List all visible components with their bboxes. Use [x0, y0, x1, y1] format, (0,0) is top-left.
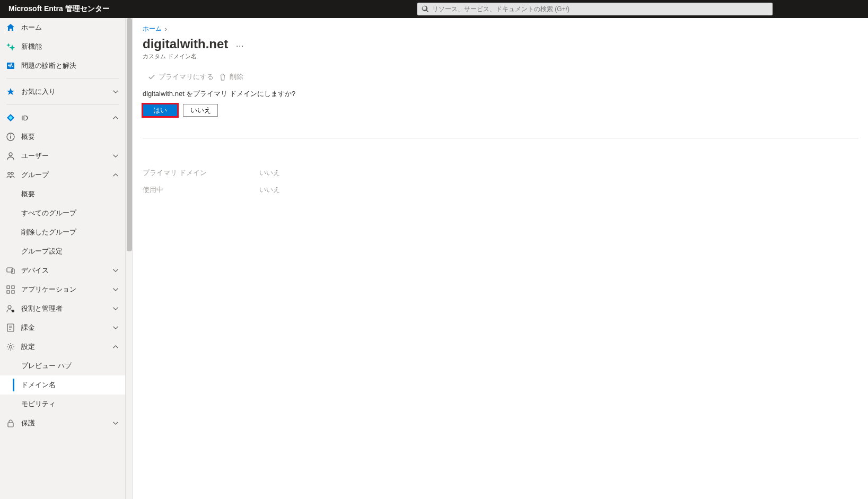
chevron-up-icon [112, 115, 119, 121]
sidebar-item-domain-names[interactable]: ドメイン名 [0, 375, 125, 395]
app-header: Microsoft Entra 管理センター [0, 0, 868, 18]
sidebar-item-roles[interactable]: 役割と管理者 [0, 299, 125, 318]
sidebar-item-preview-hub[interactable]: プレビュー ハブ [0, 356, 125, 375]
brand-title: Microsoft Entra 管理センター [0, 4, 118, 14]
toolbar-label: 削除 [230, 72, 243, 82]
trash-icon [219, 73, 226, 81]
chevron-down-icon [112, 420, 119, 426]
sidebar-item-label: お気に入り [21, 87, 112, 97]
confirm-buttons: はい いいえ [143, 104, 858, 117]
sidebar-item-protection[interactable]: 保護 [0, 414, 125, 433]
sidebar-item-label: モビリティ [21, 399, 119, 409]
chevron-down-icon [112, 286, 119, 293]
svg-point-13 [8, 305, 11, 309]
detail-row-primary: プライマリ ドメイン いいえ [143, 168, 858, 178]
admin-icon [6, 304, 15, 313]
delete-button[interactable]: 削除 [219, 72, 243, 82]
page-title: digitalwith.net [143, 37, 228, 51]
apps-icon [6, 285, 15, 294]
sidebar-item-devices[interactable]: デバイス [0, 261, 125, 280]
sidebar-item-label: アプリケーション [21, 285, 112, 294]
details-section: プライマリ ドメイン いいえ 使用中 いいえ [143, 168, 858, 195]
sidebar-item-favorites[interactable]: お気に入り [0, 82, 125, 101]
check-icon [148, 73, 155, 81]
sidebar-item-label: 概要 [21, 132, 119, 142]
separator [143, 138, 858, 138]
search-input[interactable] [432, 5, 768, 13]
sidebar-item-label: 課金 [21, 323, 112, 332]
search-icon [422, 5, 429, 13]
info-icon [6, 133, 15, 141]
sidebar-item-overview[interactable]: 概要 [0, 127, 125, 146]
sidebar-item-groups-settings[interactable]: グループ設定 [0, 242, 125, 261]
sidebar-item-groups-deleted[interactable]: 削除したグループ [0, 223, 125, 242]
user-icon [6, 152, 15, 160]
sidebar-item-label: 新機能 [21, 42, 119, 51]
svg-rect-9 [7, 286, 10, 288]
sidebar-item-diagnose[interactable]: 問題の診断と解決 [0, 56, 125, 75]
svg-point-6 [11, 172, 13, 174]
more-options-button[interactable]: … [235, 39, 244, 49]
svg-rect-3 [10, 136, 11, 139]
lock-icon [6, 419, 15, 427]
command-bar: プライマリにする 削除 [143, 70, 858, 86]
star-icon [6, 87, 15, 96]
sidebar-item-home[interactable]: ホーム [0, 18, 125, 37]
sidebar-item-settings[interactable]: 設定 [0, 337, 125, 356]
sidebar-item-label: ドメイン名 [21, 380, 119, 390]
detail-value: いいえ [259, 168, 280, 178]
svg-point-2 [10, 135, 11, 136]
sidebar-item-label: 役割と管理者 [21, 304, 112, 313]
svg-rect-17 [8, 423, 13, 427]
sidebar: ホーム 新機能 問題の診断と解決 お気に入り ID 概要 ユ [0, 18, 126, 499]
yes-button[interactable]: はい [143, 104, 178, 117]
group-icon [6, 171, 15, 179]
svg-point-14 [12, 310, 14, 312]
chevron-down-icon [112, 325, 119, 331]
sidebar-item-label: プレビュー ハブ [21, 361, 119, 371]
svg-rect-10 [12, 286, 14, 288]
make-primary-button[interactable]: プライマリにする [148, 72, 214, 82]
id-diamond-icon [6, 113, 15, 122]
sidebar-item-label: ホーム [21, 23, 119, 32]
global-search[interactable] [417, 3, 773, 15]
detail-value: いいえ [259, 185, 280, 195]
sidebar-item-billing[interactable]: 課金 [0, 318, 125, 337]
chevron-down-icon [112, 89, 119, 95]
sparkle-icon [6, 42, 15, 51]
detail-row-inuse: 使用中 いいえ [143, 185, 858, 195]
chevron-up-icon [112, 172, 119, 178]
sidebar-item-label: 問題の診断と解決 [21, 61, 119, 71]
page-subtitle: カスタム ドメイン名 [143, 52, 858, 60]
sidebar-item-mobility[interactable]: モビリティ [0, 395, 125, 414]
sidebar-item-label: 削除したグループ [21, 227, 119, 237]
sidebar-item-applications[interactable]: アプリケーション [0, 280, 125, 299]
sidebar-item-id[interactable]: ID [0, 108, 125, 127]
svg-point-4 [9, 153, 12, 156]
sidebar-item-groups-all[interactable]: すべてのグループ [0, 204, 125, 223]
sidebar-item-label: 保護 [21, 418, 112, 428]
detail-label: プライマリ ドメイン [143, 168, 259, 178]
chevron-down-icon [112, 305, 119, 312]
device-icon [6, 266, 15, 275]
svg-point-5 [8, 172, 10, 174]
sidebar-scrollbar[interactable] [126, 18, 133, 499]
confirm-message: digitalwith.net をプライマリ ドメインにしますか? [143, 89, 858, 99]
main-content: ホーム › digitalwith.net … カスタム ドメイン名 プライマリ… [133, 18, 868, 499]
sidebar-item-users[interactable]: ユーザー [0, 146, 125, 165]
breadcrumb-home[interactable]: ホーム [143, 24, 162, 33]
breadcrumb: ホーム › [143, 24, 858, 33]
scrollbar-thumb[interactable] [127, 18, 132, 251]
home-icon [6, 23, 15, 32]
sidebar-item-label: グループ設定 [21, 247, 119, 256]
no-button[interactable]: いいえ [183, 104, 218, 117]
sidebar-item-groups-overview[interactable]: 概要 [0, 185, 125, 204]
billing-icon [6, 323, 15, 332]
chevron-right-icon: › [165, 25, 167, 33]
sidebar-item-groups[interactable]: グループ [0, 165, 125, 185]
chevron-down-icon [112, 267, 119, 274]
sidebar-item-whatsnew[interactable]: 新機能 [0, 37, 125, 56]
chevron-down-icon [112, 153, 119, 159]
chevron-up-icon [112, 344, 119, 350]
detail-label: 使用中 [143, 185, 259, 195]
